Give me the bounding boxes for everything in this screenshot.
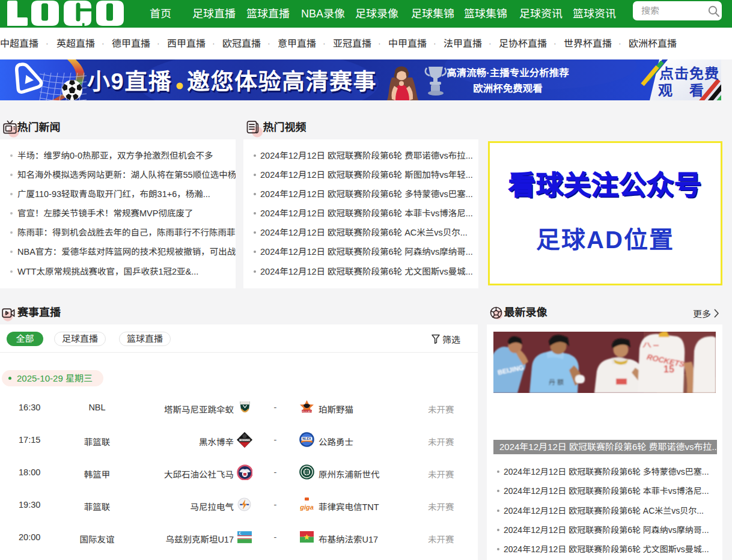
svg-text:NLEX: NLEX <box>302 437 311 440</box>
svg-text:丹 额: 丹 额 <box>549 379 564 386</box>
svg-text:15: 15 <box>663 364 674 374</box>
svg-text:giga: giga <box>299 504 314 511</box>
svg-text:观看: 观看 <box>658 82 721 99</box>
svg-text:邀您体验高清赛事: 邀您体验高清赛事 <box>187 69 377 94</box>
svg-text:小9直播: 小9直播 <box>87 69 172 94</box>
svg-text:高清流畅·主播专业分析推荐: 高清流畅·主播专业分析推荐 <box>447 67 569 78</box>
svg-text:BOSSING: BOSSING <box>239 439 249 442</box>
svg-text:WILDCATS: WILDCATS <box>302 410 313 413</box>
svg-text:欧洲杯免费观看: 欧洲杯免费观看 <box>473 83 543 94</box>
svg-text:点击免费: 点击免费 <box>659 65 719 82</box>
